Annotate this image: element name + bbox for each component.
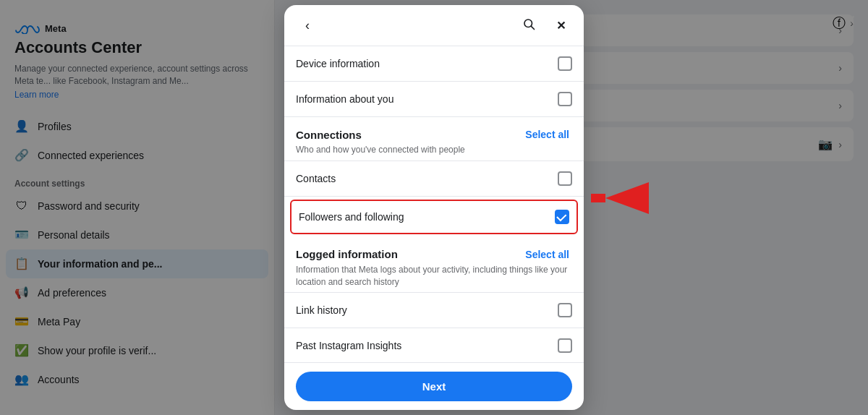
information-about-you-item[interactable]: Information about you <box>284 82 584 117</box>
svg-rect-3 <box>591 194 605 202</box>
modal-footer: Next <box>284 362 584 410</box>
connections-section-header: Connections Select all Who and how you'v… <box>284 117 584 161</box>
next-button[interactable]: Next <box>296 372 572 401</box>
svg-line-1 <box>531 26 534 29</box>
modal-container: ‹ ✕ <box>284 5 584 410</box>
contacts-item[interactable]: Contacts <box>284 161 584 197</box>
logged-select-all-button[interactable]: Select all <box>522 247 572 262</box>
device-information-checkbox[interactable] <box>558 56 572 71</box>
device-information-item[interactable]: Device information <box>284 46 584 82</box>
close-modal-button[interactable]: ✕ <box>549 14 572 37</box>
device-information-label: Device information <box>296 58 380 69</box>
search-button[interactable] <box>517 14 540 37</box>
logged-title: Logged information <box>296 248 398 260</box>
red-arrow-wrapper <box>591 182 649 217</box>
connections-title: Connections <box>296 129 362 141</box>
red-arrow-icon <box>591 182 649 214</box>
past-instagram-checkbox[interactable] <box>558 338 572 353</box>
close-icon: ✕ <box>556 19 566 33</box>
past-instagram-item[interactable]: Past Instagram Insights <box>284 328 584 362</box>
link-history-item[interactable]: Link history <box>284 293 584 328</box>
contacts-checkbox[interactable] <box>558 171 572 186</box>
link-history-label: Link history <box>296 304 347 316</box>
followers-following-label: Followers and following <box>299 211 404 223</box>
modal-overlay: ‹ ✕ <box>0 0 868 415</box>
contacts-label: Contacts <box>296 173 336 184</box>
followers-following-checkbox[interactable] <box>555 210 569 224</box>
link-history-checkbox[interactable] <box>558 303 572 317</box>
information-about-you-label: Information about you <box>296 93 393 105</box>
followers-following-item[interactable]: Followers and following <box>290 200 578 234</box>
modal-header: ‹ ✕ <box>284 5 584 46</box>
logged-desc: Information that Meta logs about your ac… <box>296 264 572 288</box>
download-info-modal: ‹ ✕ <box>284 5 584 410</box>
connections-select-all-button[interactable]: Select all <box>522 127 572 142</box>
back-button[interactable]: ‹ <box>296 14 319 37</box>
connections-desc: Who and how you've connected with people <box>296 144 572 156</box>
information-about-you-checkbox[interactable] <box>558 92 572 106</box>
modal-body: Device information Information about you… <box>284 46 584 362</box>
search-icon <box>522 17 535 34</box>
back-icon: ‹ <box>305 18 310 33</box>
svg-marker-2 <box>605 182 649 214</box>
logged-section-header: Logged information Select all Informatio… <box>284 237 584 294</box>
past-instagram-label: Past Instagram Insights <box>296 340 401 351</box>
